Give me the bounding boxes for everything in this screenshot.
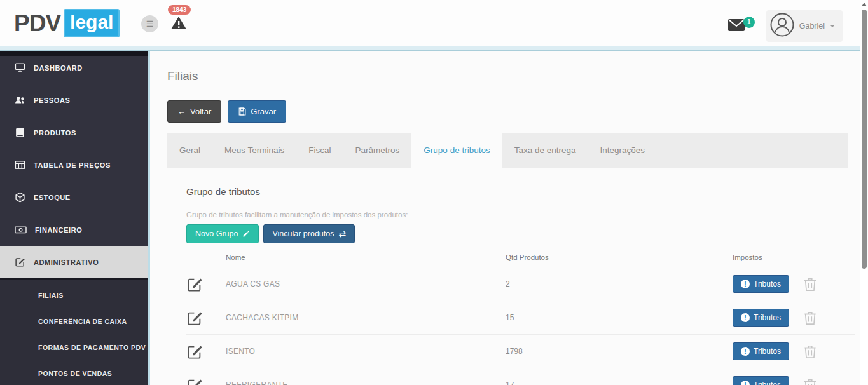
column-header-nome: Nome	[226, 253, 506, 261]
product-count: 15	[506, 313, 733, 322]
arrow-left-icon: ←	[177, 107, 186, 116]
finance-icon	[15, 224, 27, 235]
sidebar-item-estoque[interactable]: ESTOQUE	[0, 181, 148, 213]
section-title: Grupo de tributos	[186, 186, 855, 203]
table-header: Nome Qtd Produtos Impostos	[186, 253, 855, 267]
table-row: ISENTO 1798 ! Tributos	[186, 335, 855, 368]
submenu-item-formas-de-pagamento-pdv[interactable]: FORMAS DE PAGAMENTO PDV	[0, 334, 148, 360]
novo-grupo-button[interactable]: Novo Grupo	[186, 224, 259, 243]
table-row: REFRIGERANTE 17 ! Tributos	[186, 368, 855, 385]
tax-groups-table: Nome Qtd Produtos Impostos AGUA CS GAS 2…	[186, 253, 855, 385]
info-icon: !	[741, 280, 750, 288]
message-count-badge: 1	[743, 17, 755, 28]
exchange-icon: ⇄	[338, 229, 346, 238]
product-count: 1798	[506, 347, 733, 356]
price-table-icon	[15, 159, 25, 170]
chevron-down-icon	[830, 25, 835, 27]
group-name: CACHACAS KITPIM	[226, 313, 506, 322]
scrollbar-thumb[interactable]	[862, 10, 867, 269]
product-count: 2	[506, 280, 733, 288]
sidebar-item-tabela-de-precos[interactable]: TABELA DE PREÇOS	[0, 149, 148, 181]
info-icon: !	[741, 347, 750, 356]
sidebar-item-pessoas[interactable]: PESSOAS	[0, 84, 148, 116]
messages-button[interactable]: 1	[728, 19, 745, 34]
administrativo-submenu: FILIAIS CONFERÊNCIA DE CAIXA FORMAS DE P…	[0, 278, 148, 385]
column-header-qtd-produtos: Qtd Produtos	[506, 253, 733, 261]
tributos-button[interactable]: ! Tributos	[733, 376, 789, 385]
scroll-up-arrow-icon[interactable]	[862, 3, 867, 6]
filiais-tabs: Geral Meus Terminais Fiscal Parâmetros G…	[167, 133, 848, 168]
product-count: 17	[506, 381, 733, 385]
info-icon: !	[741, 313, 750, 322]
sidebar-item-produtos[interactable]: PRODUTOS	[0, 116, 148, 149]
admin-icon	[15, 257, 25, 267]
trash-icon[interactable]	[803, 309, 817, 326]
stock-icon	[15, 192, 25, 203]
tab-grupo-de-tributos[interactable]: Grupo de tributos	[411, 133, 502, 168]
envelope-icon	[728, 22, 745, 33]
table-row: CACHACAS KITPIM 15 ! Tributos	[186, 301, 855, 335]
voltar-button[interactable]: ← Voltar	[167, 100, 221, 123]
hamburger-icon: ☰	[146, 20, 154, 28]
page-title: Filiais	[167, 69, 860, 83]
info-icon: !	[741, 381, 750, 385]
submenu-item-pontos-de-vendas[interactable]: PONTOS DE VENDAS	[0, 360, 148, 385]
app-logo[interactable]: PDV legal	[14, 9, 120, 37]
user-name: Gabriel	[799, 22, 825, 30]
page-scrollbar[interactable]	[860, 0, 868, 385]
sidebar-item-administrativo[interactable]: ADMINISTRATIVO	[0, 246, 148, 278]
group-name: ISENTO	[226, 347, 506, 356]
vincular-produtos-button[interactable]: Vincular produtos ⇄	[263, 224, 355, 243]
tab-parametros[interactable]: Parâmetros	[343, 133, 412, 168]
tributos-button[interactable]: ! Tributos	[733, 342, 789, 360]
gravar-button[interactable]: Gravar	[228, 100, 286, 123]
tab-taxa-de-entrega[interactable]: Taxa de entrega	[502, 133, 588, 168]
trash-icon[interactable]	[803, 377, 817, 385]
logo-text-pdv: PDV	[14, 10, 60, 37]
sidebar-item-dashboard[interactable]: DASHBOARD	[0, 51, 148, 84]
section-description: Grupo de tributos facilitam a manutenção…	[186, 211, 855, 219]
submenu-item-filiais[interactable]: FILIAIS	[0, 282, 148, 308]
dashboard-icon	[15, 62, 25, 73]
edit-icon[interactable]	[186, 276, 226, 293]
sidebar-nav: DASHBOARD PESSOAS PRODUTOS TABELA DE PRE…	[0, 51, 148, 385]
column-header-impostos: Impostos	[733, 253, 855, 261]
edit-icon[interactable]	[186, 343, 226, 360]
tab-integracoes[interactable]: Integrações	[588, 133, 658, 168]
avatar	[770, 13, 794, 39]
user-menu[interactable]: Gabriel	[766, 10, 843, 42]
sidebar-toggle-button[interactable]: ☰	[141, 15, 158, 32]
alert-count-badge: 1843	[168, 5, 191, 15]
people-icon	[15, 95, 25, 105]
main-content: Filiais ← Voltar Gravar Geral Meus Termi…	[148, 51, 860, 385]
sidebar-item-financeiro[interactable]: FINANCEIRO	[0, 213, 148, 246]
tributos-button[interactable]: ! Tributos	[733, 275, 789, 293]
pencil-icon	[242, 230, 250, 238]
top-header: PDV legal ☰ 1843 1	[0, 0, 868, 51]
edit-icon[interactable]	[186, 309, 226, 327]
products-icon	[15, 127, 25, 138]
tab-fiscal[interactable]: Fiscal	[296, 133, 343, 168]
warning-triangle-icon	[170, 15, 187, 33]
trash-icon[interactable]	[803, 276, 817, 292]
logo-text-legal: legal	[64, 9, 120, 37]
submenu-item-conferencia-de-caixa[interactable]: CONFERÊNCIA DE CAIXA	[0, 308, 148, 334]
trash-icon[interactable]	[803, 343, 817, 360]
tab-meus-terminais[interactable]: Meus Terminais	[212, 133, 296, 168]
group-name: AGUA CS GAS	[226, 280, 506, 288]
tributos-button[interactable]: ! Tributos	[733, 309, 789, 327]
edit-icon[interactable]	[186, 377, 226, 385]
save-icon	[238, 107, 246, 116]
table-row: AGUA CS GAS 2 ! Tributos	[186, 267, 855, 301]
group-name: REFRIGERANTE	[226, 381, 506, 385]
tab-geral[interactable]: Geral	[167, 133, 212, 168]
